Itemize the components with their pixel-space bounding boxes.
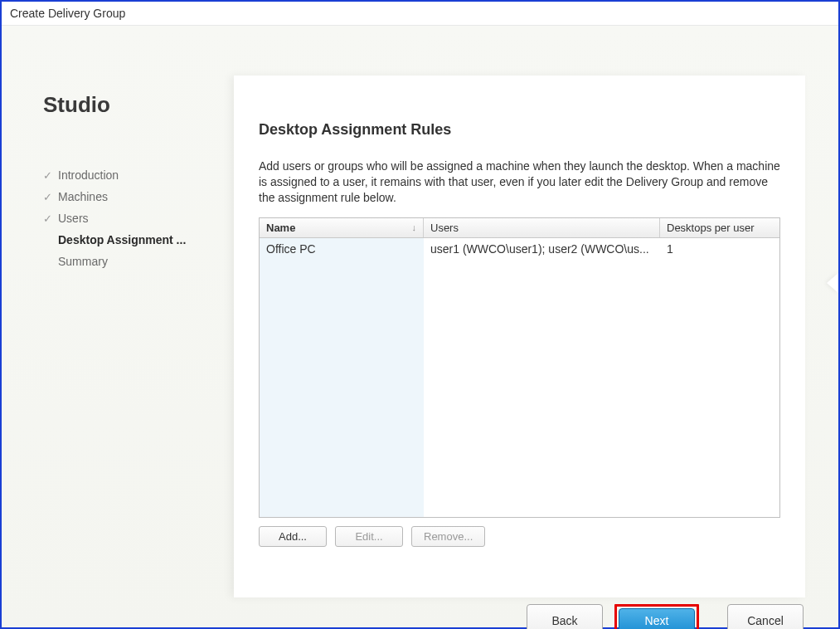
table-body: Office PC user1 (WWCO\user1); user2 (WWC… <box>260 238 779 517</box>
column-header-label: Desktops per user <box>667 222 755 234</box>
nav-item-label: Summary <box>58 255 108 268</box>
content-area: Studio ✓ Introduction ✓ Machines ✓ Users… <box>2 26 838 627</box>
brand-label: Studio <box>43 92 217 118</box>
remove-button[interactable]: Remove... <box>411 526 485 547</box>
action-row: Add... Edit... Remove... <box>259 526 780 547</box>
sort-down-icon: ↓ <box>412 222 417 232</box>
nav-item-label: Desktop Assignment ... <box>58 233 186 246</box>
nav-item-label: Machines <box>58 190 108 203</box>
page-title: Desktop Assignment Rules <box>259 121 780 139</box>
wizard-buttons: Back Next Cancel <box>527 604 805 629</box>
nav-item-users[interactable]: ✓ Users <box>43 207 217 229</box>
nav-item-summary[interactable]: ✓ Summary <box>43 251 217 272</box>
cell-name: Office PC <box>260 238 424 260</box>
cancel-button[interactable]: Cancel <box>727 604 804 629</box>
sidebar: Studio ✓ Introduction ✓ Machines ✓ Users… <box>2 26 234 627</box>
page-description: Add users or groups who will be assigned… <box>259 158 780 206</box>
rules-table: Name ↓ Users Desktops per user Office PC <box>259 217 780 518</box>
rest-column-bg <box>424 238 779 517</box>
window-title: Create Delivery Group <box>2 2 838 26</box>
check-icon: ✓ <box>43 212 58 225</box>
cell-users: user1 (WWCO\user1); user2 (WWCO\us... <box>424 238 660 260</box>
nav-item-machines[interactable]: ✓ Machines <box>43 186 217 207</box>
column-header-label: Name <box>266 222 295 234</box>
back-button[interactable]: Back <box>527 604 603 629</box>
nav-item-label: Introduction <box>58 168 119 182</box>
edit-button[interactable]: Edit... <box>335 526 403 547</box>
column-header-label: Users <box>430 222 459 234</box>
wizard-window: Create Delivery Group Studio ✓ Introduct… <box>0 0 840 629</box>
nav-list: ✓ Introduction ✓ Machines ✓ Users ✓ Desk… <box>43 164 217 272</box>
nav-item-introduction[interactable]: ✓ Introduction <box>43 164 217 186</box>
main-panel: Desktop Assignment Rules Add users or gr… <box>234 76 805 597</box>
next-button[interactable]: Next <box>619 608 695 629</box>
check-icon: ✓ <box>43 191 58 203</box>
add-button[interactable]: Add... <box>259 526 327 547</box>
column-header-desktops-per-user[interactable]: Desktops per user <box>660 218 779 237</box>
active-step-pointer-icon <box>827 273 838 293</box>
next-button-highlight: Next <box>614 604 699 629</box>
table-row[interactable]: Office PC user1 (WWCO\user1); user2 (WWC… <box>260 238 779 260</box>
nav-item-label: Users <box>58 212 89 225</box>
column-header-users[interactable]: Users <box>424 218 660 237</box>
name-column-bg <box>260 238 424 517</box>
column-header-name[interactable]: Name ↓ <box>260 218 424 237</box>
nav-item-desktop-assignment[interactable]: ✓ Desktop Assignment ... <box>43 229 217 251</box>
table-header: Name ↓ Users Desktops per user <box>260 218 779 238</box>
check-icon: ✓ <box>43 169 58 182</box>
cell-desktops-per-user: 1 <box>660 238 779 260</box>
